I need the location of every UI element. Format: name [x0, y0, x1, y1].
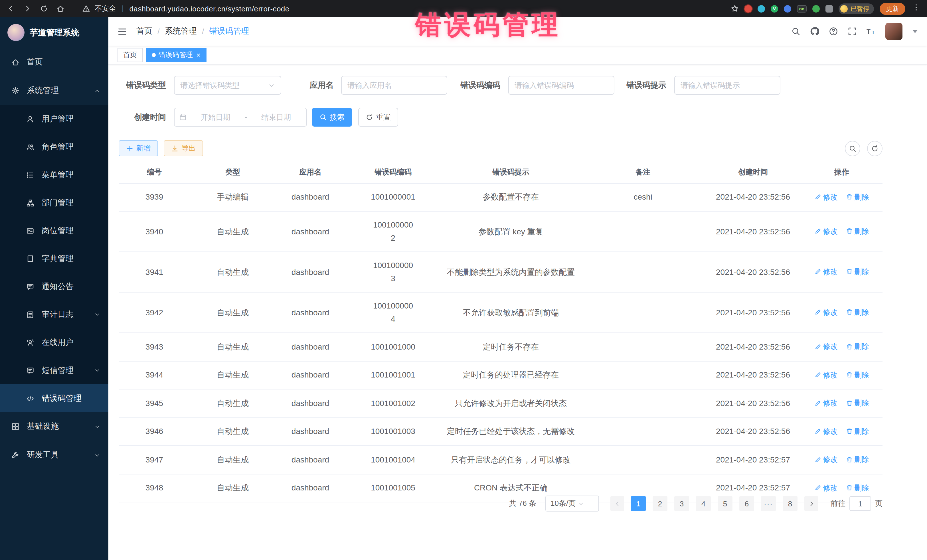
goto-page-input[interactable] [849, 496, 871, 511]
delete-link[interactable]: 删除 [846, 190, 869, 203]
avatar-caret-down-icon[interactable] [912, 30, 918, 33]
delete-link[interactable]: 删除 [846, 368, 869, 381]
app-name-field[interactable] [341, 76, 447, 95]
sidebar-item-7[interactable]: 字典管理 [0, 244, 108, 273]
trash-icon [846, 228, 853, 235]
page-button-2[interactable]: 2 [653, 496, 667, 511]
bookmark-star-icon[interactable] [731, 5, 739, 12]
extension-leaf-icon[interactable] [812, 5, 820, 12]
page-button-6[interactable]: 6 [739, 496, 754, 511]
fullscreen-icon[interactable] [848, 27, 857, 36]
edit-link[interactable]: 修改 [815, 265, 838, 278]
tag-close-icon[interactable]: × [196, 51, 201, 58]
url-text[interactable]: dashboard.yudao.iocoder.cn/system/error-… [129, 4, 290, 13]
sidebar-item-6[interactable]: 岗位管理 [0, 217, 108, 244]
logo[interactable]: 芋道管理系统 [0, 17, 108, 48]
delete-link[interactable]: 删除 [846, 340, 869, 353]
breadcrumb-item-system[interactable]: 系统管理 [165, 26, 197, 36]
arrow-left-icon [614, 501, 620, 507]
help-icon[interactable] [829, 27, 838, 36]
next-page-button[interactable] [804, 496, 818, 511]
sidebar-item-0[interactable]: 首页 [0, 48, 108, 76]
forward-icon[interactable] [23, 5, 31, 12]
add-button[interactable]: 新增 [119, 140, 158, 156]
sidebar-item-3[interactable]: 角色管理 [0, 133, 108, 161]
reload-icon[interactable] [40, 5, 48, 12]
page-button-1[interactable]: 1 [631, 496, 646, 511]
browser-profile-chip[interactable]: 已暂停 [839, 3, 874, 14]
extension-drop-icon[interactable] [758, 5, 765, 12]
extension-people-icon[interactable] [784, 5, 791, 12]
edit-link[interactable]: 修改 [815, 396, 838, 410]
page-button-3[interactable]: 3 [674, 496, 689, 511]
delete-link[interactable]: 删除 [846, 425, 869, 438]
reset-button[interactable]: 重置 [358, 108, 398, 127]
toggle-search-button[interactable] [845, 141, 860, 156]
delete-link[interactable]: 删除 [846, 453, 869, 466]
extension-green-icon[interactable]: v [771, 5, 778, 12]
prev-page-button[interactable] [610, 496, 624, 511]
sidebar-item-13[interactable]: 基础设施 [0, 412, 108, 441]
recording-indicator-icon[interactable] [745, 5, 752, 12]
sidebar-item-8[interactable]: 通知公告 [0, 273, 108, 300]
address-bar[interactable]: 不安全 | dashboard.yudao.iocoder.cn/system/… [82, 4, 290, 14]
sidebar-item-5[interactable]: 部门管理 [0, 189, 108, 217]
sidebar-item-4[interactable]: 菜单管理 [0, 161, 108, 189]
error-code-input[interactable] [515, 81, 608, 90]
edit-link[interactable]: 修改 [815, 225, 838, 238]
browser-update-button[interactable]: 更新 [880, 3, 905, 15]
error-type-select[interactable] [174, 76, 281, 95]
edit-link[interactable]: 修改 [815, 481, 838, 494]
date-range-picker[interactable]: - [174, 108, 307, 127]
sidebar-item-10[interactable]: 在线用户 [0, 328, 108, 357]
edit-link[interactable]: 修改 [815, 190, 838, 203]
sidebar-item-11[interactable]: 短信管理 [0, 357, 108, 384]
edit-link[interactable]: 修改 [815, 425, 838, 438]
extensions-puzzle-icon[interactable] [825, 5, 833, 12]
edit-link[interactable]: 修改 [815, 340, 838, 353]
browser-menu-icon[interactable] [912, 3, 920, 14]
delete-link[interactable]: 删除 [846, 225, 869, 238]
search-button[interactable]: 搜索 [312, 108, 352, 127]
end-date-input[interactable] [251, 113, 302, 121]
sidebar-item-2[interactable]: 用户管理 [0, 105, 108, 133]
code-icon [26, 395, 35, 402]
page-ellipsis[interactable]: ··· [761, 496, 776, 511]
tag-1[interactable]: 错误码管理× [146, 48, 206, 62]
page-button-4[interactable]: 4 [696, 496, 711, 511]
sidebar-item-1[interactable]: 系统管理 [0, 76, 108, 105]
post-icon [26, 227, 35, 235]
edit-link[interactable]: 修改 [815, 453, 838, 466]
error-code-field[interactable] [508, 76, 614, 95]
error-hint-field[interactable] [674, 76, 780, 95]
page-button-5[interactable]: 5 [718, 496, 732, 511]
breadcrumb-item-home[interactable]: 首页 [136, 26, 152, 36]
delete-link[interactable]: 删除 [846, 481, 869, 494]
tag-0[interactable]: 首页 [117, 48, 143, 62]
back-icon[interactable] [7, 5, 15, 12]
extension-on-badge[interactable]: on [797, 5, 807, 12]
edit-link[interactable]: 修改 [815, 306, 838, 319]
hamburger-icon[interactable] [117, 27, 127, 36]
start-date-input[interactable] [190, 113, 241, 121]
browser-home-icon[interactable] [56, 5, 64, 12]
page-button-8[interactable]: 8 [783, 496, 798, 511]
refresh-table-button[interactable] [867, 141, 883, 156]
chevron-down-icon [94, 311, 100, 318]
sidebar-item-12[interactable]: 错误码管理 [0, 384, 108, 412]
error-hint-input[interactable] [681, 81, 774, 90]
font-size-icon[interactable]: TT [866, 27, 876, 36]
sidebar-item-9[interactable]: 审计日志 [0, 300, 108, 328]
delete-link[interactable]: 删除 [846, 265, 869, 278]
app-name-input[interactable] [347, 81, 441, 90]
error-type-select-input[interactable] [180, 81, 265, 90]
github-icon[interactable] [810, 27, 819, 36]
delete-link[interactable]: 删除 [846, 306, 869, 319]
user-avatar[interactable] [885, 23, 903, 40]
header-search-icon[interactable] [791, 27, 800, 36]
export-button[interactable]: 导出 [164, 140, 203, 156]
sidebar-item-14[interactable]: 研发工具 [0, 441, 108, 469]
page-size-select[interactable]: 10条/页 [546, 496, 599, 511]
edit-link[interactable]: 修改 [815, 368, 838, 381]
delete-link[interactable]: 删除 [846, 396, 869, 410]
